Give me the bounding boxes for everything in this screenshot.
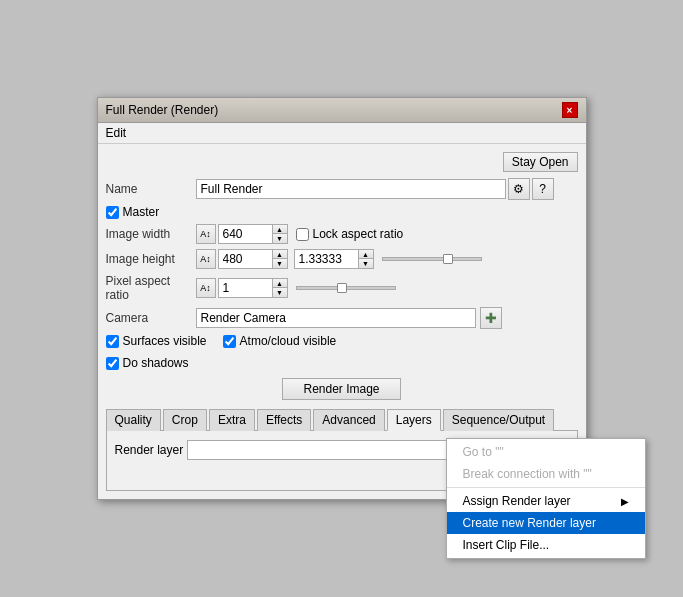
image-width-spin: ▲ ▼ [218, 224, 288, 244]
ctx-insert[interactable]: Insert Clip File... [447, 534, 645, 556]
atmo-check-row: Atmo/cloud visible [223, 334, 337, 348]
shadows-checkbox[interactable] [106, 357, 119, 370]
ctx-create[interactable]: Create new Render layer [447, 512, 645, 534]
aspect-input[interactable] [294, 249, 359, 269]
surfaces-checkbox[interactable] [106, 335, 119, 348]
image-height-up[interactable]: ▲ [273, 250, 287, 259]
aspect-arrows: ▲ ▼ [359, 249, 374, 269]
pixel-aspect-up[interactable]: ▲ [273, 279, 287, 288]
pixel-aspect-icon[interactable]: A↕ [196, 278, 216, 298]
pixel-aspect-row: Pixel aspect ratio A↕ ▲ ▼ [106, 274, 578, 302]
pixel-aspect-label: Pixel aspect ratio [106, 274, 196, 302]
menu-bar: Edit [98, 123, 586, 144]
atmo-checkbox[interactable] [223, 335, 236, 348]
surfaces-check-row: Surfaces visible [106, 334, 207, 348]
aspect-up[interactable]: ▲ [359, 250, 373, 259]
lock-aspect-row: Lock aspect ratio [296, 227, 404, 241]
ctx-assign-arrow: ▶ [621, 496, 629, 507]
lock-aspect-checkbox[interactable] [296, 228, 309, 241]
aspect-spin: ▲ ▼ [294, 249, 374, 269]
image-width-icon[interactable]: A↕ [196, 224, 216, 244]
context-menu: Go to "" Break connection with "" Assign… [446, 438, 646, 559]
name-input[interactable] [196, 179, 506, 199]
height-slider-thumb [443, 254, 453, 264]
stay-open-button[interactable]: Stay Open [503, 152, 578, 172]
menu-edit[interactable]: Edit [106, 126, 127, 140]
master-check-row: Master [106, 205, 578, 219]
image-height-row: Image height A↕ ▲ ▼ ▲ ▼ [106, 249, 578, 269]
render-layer-label: Render layer [115, 443, 184, 457]
close-button[interactable]: × [562, 102, 578, 118]
ctx-goto-label: Go to "" [463, 445, 504, 459]
image-width-label: Image width [106, 227, 196, 241]
ctx-assign-label: Assign Render layer [463, 494, 571, 508]
camera-label: Camera [106, 311, 196, 325]
image-width-arrows: ▲ ▼ [273, 224, 288, 244]
name-row: Name ⚙ ? [106, 178, 578, 200]
master-checkbox[interactable] [106, 206, 119, 219]
lock-aspect-label: Lock aspect ratio [313, 227, 404, 241]
image-height-icon[interactable]: A↕ [196, 249, 216, 269]
tab-advanced[interactable]: Advanced [313, 409, 384, 431]
stay-open-row: Stay Open [106, 152, 578, 172]
render-image-button[interactable]: Render Image [282, 378, 400, 400]
ctx-break[interactable]: Break connection with "" [447, 463, 645, 485]
image-height-label: Image height [106, 252, 196, 266]
height-slider[interactable] [382, 257, 482, 261]
atmo-label: Atmo/cloud visible [240, 334, 337, 348]
tab-crop[interactable]: Crop [163, 409, 207, 431]
tab-quality[interactable]: Quality [106, 409, 161, 431]
title-bar: Full Render (Render) × [98, 98, 586, 123]
pixel-aspect-down[interactable]: ▼ [273, 288, 287, 297]
tab-extra[interactable]: Extra [209, 409, 255, 431]
shadows-row: Do shadows [106, 356, 578, 370]
shadows-label: Do shadows [123, 356, 189, 370]
ctx-goto[interactable]: Go to "" [447, 441, 645, 463]
camera-row: Camera ✚ [106, 307, 578, 329]
pixel-aspect-thumb [337, 283, 347, 293]
render-btn-row: Render Image [106, 378, 578, 400]
help-icon[interactable]: ? [532, 178, 554, 200]
camera-add-button[interactable]: ✚ [480, 307, 502, 329]
pixel-aspect-arrows: ▲ ▼ [273, 278, 288, 298]
pixel-aspect-slider[interactable] [296, 286, 396, 290]
image-height-input[interactable] [218, 249, 273, 269]
ctx-break-label: Break connection with "" [463, 467, 592, 481]
tab-effects[interactable]: Effects [257, 409, 311, 431]
tabs-bar: Quality Crop Extra Effects Advanced Laye… [106, 408, 578, 431]
image-width-input[interactable] [218, 224, 273, 244]
image-width-down[interactable]: ▼ [273, 234, 287, 243]
window-title: Full Render (Render) [106, 103, 219, 117]
surfaces-row: Surfaces visible Atmo/cloud visible [106, 334, 578, 352]
image-height-spin: ▲ ▼ [218, 249, 288, 269]
image-width-up[interactable]: ▲ [273, 225, 287, 234]
tab-sequence[interactable]: Sequence/Output [443, 409, 554, 431]
image-width-row: Image width A↕ ▲ ▼ Lock aspect ratio [106, 224, 578, 244]
camera-input[interactable] [196, 308, 476, 328]
surfaces-label: Surfaces visible [123, 334, 207, 348]
aspect-down[interactable]: ▼ [359, 259, 373, 268]
ctx-insert-label: Insert Clip File... [463, 538, 550, 552]
image-height-arrows: ▲ ▼ [273, 249, 288, 269]
ctx-assign[interactable]: Assign Render layer ▶ [447, 490, 645, 512]
tab-layers[interactable]: Layers [387, 409, 441, 431]
name-label: Name [106, 182, 196, 196]
main-window: Full Render (Render) × Edit Stay Open Na… [97, 97, 587, 500]
ctx-create-label: Create new Render layer [463, 516, 596, 530]
master-label: Master [123, 205, 160, 219]
pixel-aspect-spin: ▲ ▼ [218, 278, 288, 298]
image-height-down[interactable]: ▼ [273, 259, 287, 268]
settings-icon[interactable]: ⚙ [508, 178, 530, 200]
pixel-aspect-input[interactable] [218, 278, 273, 298]
ctx-separator-1 [447, 487, 645, 488]
